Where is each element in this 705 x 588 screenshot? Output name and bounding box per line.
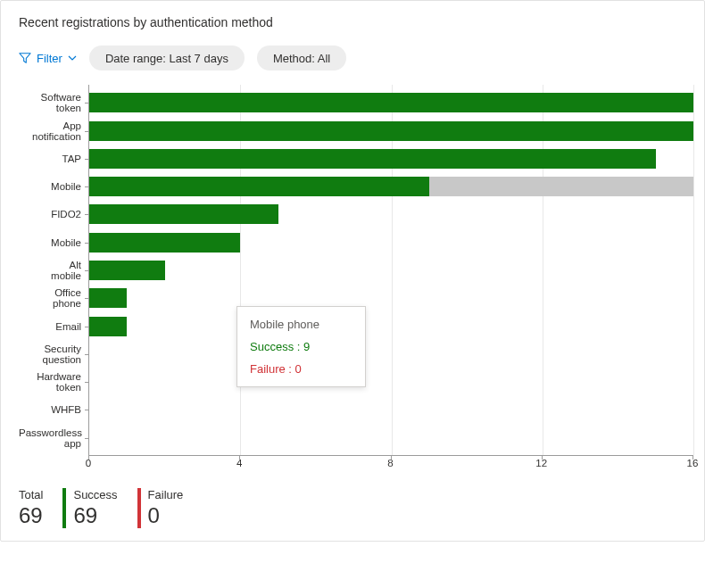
y-category-label: TAP [19, 153, 81, 164]
y-category-label: Passwordlessapp [19, 427, 81, 449]
bar-row[interactable] [89, 204, 278, 224]
chart-area: SoftwaretokenAppnotificationTAPMobileFID… [19, 85, 693, 472]
filter-row: Filter Date range: Last 7 days Method: A… [19, 46, 704, 70]
failure-color-strip [137, 488, 141, 528]
filter-button[interactable]: Filter [19, 52, 77, 65]
bar-row[interactable] [89, 233, 240, 253]
x-tick-label: 12 [535, 458, 547, 468]
bar-success [89, 177, 429, 196]
y-category-label: Hardwaretoken [19, 371, 81, 393]
tooltip-failure: Failure : 0 [250, 362, 352, 376]
x-tick-label: 4 [236, 458, 242, 468]
y-category-label: WHFB [19, 404, 81, 415]
tooltip-success: Success : 9 [250, 340, 352, 353]
x-tick-label: 0 [86, 458, 91, 468]
bar-row[interactable] [89, 121, 693, 141]
bar-row[interactable] [89, 317, 127, 336]
summary-row: Total 69 Success 69 Failure 0 [19, 488, 704, 528]
y-category-label: Officephone [19, 287, 81, 309]
card-title: Recent registrations by authentication m… [19, 15, 704, 29]
filter-label: Filter [37, 52, 62, 65]
summary-total: Total 69 [19, 488, 43, 528]
summary-failure-label: Failure [148, 488, 184, 501]
x-tick-label: 16 [687, 458, 699, 468]
y-category-label: Softwaretoken [19, 92, 81, 113]
bar-row[interactable] [89, 93, 693, 112]
bar-row[interactable] [89, 288, 127, 308]
bar-success [89, 261, 165, 280]
method-pill[interactable]: Method: All [257, 46, 346, 70]
bar-row[interactable] [89, 261, 165, 280]
x-tick-label: 8 [387, 458, 393, 468]
filter-icon [19, 52, 31, 64]
bar-success [89, 121, 693, 141]
bar-success [89, 204, 278, 224]
chart-card: Recent registrations by authentication m… [0, 0, 705, 542]
bar-success [89, 93, 693, 112]
bar-row[interactable] [89, 149, 656, 169]
bar-success [89, 233, 240, 253]
y-category-label: Securityquestion [19, 344, 81, 365]
bar-row[interactable] [89, 177, 693, 196]
summary-failure-value: 0 [148, 503, 184, 528]
y-category-label: FIDO2 [19, 209, 81, 219]
date-range-pill[interactable]: Date range: Last 7 days [89, 46, 245, 70]
summary-success: Success 69 [62, 488, 117, 528]
summary-success-value: 69 [73, 503, 117, 528]
x-axis: 0481216 [88, 456, 693, 472]
summary-failure: Failure 0 [137, 488, 184, 528]
plot-area [88, 85, 693, 456]
y-category-label: Email [19, 321, 81, 332]
tooltip-title: Mobile phone [250, 318, 352, 331]
chevron-down-icon [68, 54, 77, 62]
summary-total-label: Total [19, 488, 43, 501]
summary-success-label: Success [73, 488, 117, 501]
tooltip: Mobile phone Success : 9 Failure : 0 [236, 306, 366, 387]
summary-total-value: 69 [19, 503, 43, 528]
bar-success [89, 317, 127, 336]
y-category-label: Mobile [19, 181, 81, 192]
y-category-label: Mobile [19, 237, 81, 248]
bar-success [89, 288, 127, 308]
bar-success [89, 149, 656, 169]
y-category-label: Appnotification [19, 120, 81, 142]
success-color-strip [62, 488, 66, 528]
y-category-label: Altmobile [19, 260, 81, 281]
